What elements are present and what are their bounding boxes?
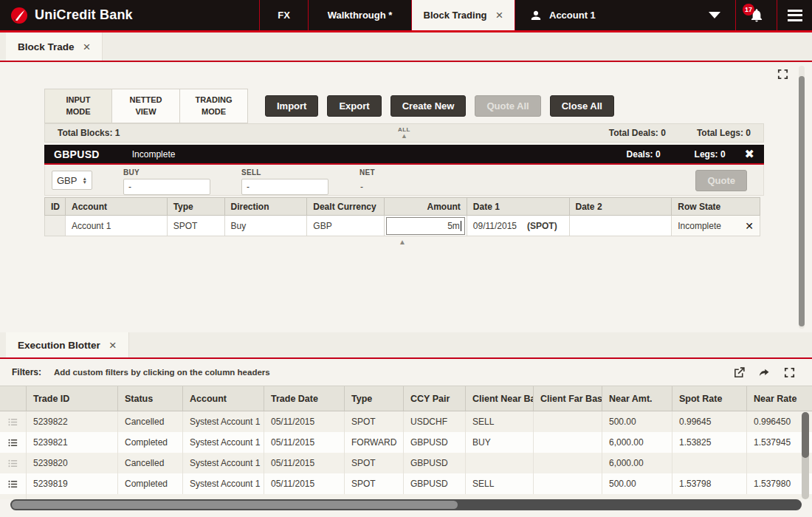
col-trade-date[interactable]: Trade Date xyxy=(264,386,345,411)
total-deals: Total Deals: 0 xyxy=(609,128,666,138)
col-status[interactable]: Status xyxy=(118,386,183,411)
cell-trade-id: 5239821 xyxy=(27,432,118,453)
col-account: Account xyxy=(66,198,168,215)
col-amount: Amount xyxy=(385,198,467,215)
create-new-button[interactable]: Create New xyxy=(390,95,467,117)
blotter-vertical-scrollbar[interactable] xyxy=(802,412,809,499)
col-account[interactable]: Account xyxy=(183,386,264,411)
row-details-icon[interactable] xyxy=(7,417,18,428)
notification-badge: 17 xyxy=(743,4,754,16)
row-details-icon[interactable] xyxy=(7,437,18,448)
close-icon[interactable]: × xyxy=(496,9,503,21)
scrollbar-thumb[interactable] xyxy=(12,501,458,509)
menu-fx-label: FX xyxy=(278,10,290,21)
col-client-near-base[interactable]: Client Near Base xyxy=(466,386,534,411)
tab-trading-mode[interactable]: TRADING MODE xyxy=(180,89,248,123)
amount-input[interactable]: 5m xyxy=(386,217,465,235)
col-trade-id[interactable]: Trade ID xyxy=(27,386,118,411)
blotter-row[interactable]: 5239822 Cancelled Systest Account 1 05/1… xyxy=(0,411,812,432)
scrollbar-thumb[interactable] xyxy=(802,412,809,458)
cell-account: Systest Account 1 xyxy=(183,432,264,453)
deal-cell-row-state: Incomplete ✕ xyxy=(672,216,760,236)
blotter-row[interactable]: 5239820 Cancelled Systest Account 1 05/1… xyxy=(0,453,812,473)
col-ccy-pair[interactable]: CCY Pair xyxy=(404,386,466,411)
col-near-amt[interactable]: Near Amt. xyxy=(602,386,672,411)
deal-cell-account[interactable]: Account 1 xyxy=(66,216,168,236)
deal-cell-direction[interactable]: Buy xyxy=(225,216,308,236)
dealt-currency-select[interactable]: GBP ▲▼ xyxy=(52,171,92,190)
collapse-all-toggle[interactable]: ALL ▲ xyxy=(398,127,410,140)
deal-cell-dealt-currency[interactable]: GBP xyxy=(307,216,385,236)
cell-spot-rate: 1.53825 xyxy=(672,432,747,453)
cell-client-near-base: SELL xyxy=(466,473,534,494)
cell-ccy-pair: GBPUSD xyxy=(404,432,466,453)
col-type[interactable]: Type xyxy=(345,386,404,411)
tab-execution-blotter[interactable]: Execution Blotter × xyxy=(6,332,129,357)
close-all-button[interactable]: Close All xyxy=(550,95,614,117)
scrollbar-thumb[interactable] xyxy=(799,76,805,326)
tab-block-trading-label: Block Trading xyxy=(424,10,487,21)
close-icon[interactable]: × xyxy=(109,339,117,352)
blotter-row[interactable]: 5239821 Completed Systest Account 1 05/1… xyxy=(0,432,812,453)
tab-block-trade[interactable]: Block Trade × xyxy=(6,32,103,61)
user-icon xyxy=(530,10,542,21)
col-id: ID xyxy=(45,198,66,215)
blotter-row[interactable]: 5239819 Completed Systest Account 1 05/1… xyxy=(0,473,812,494)
row-details-icon[interactable] xyxy=(7,458,18,469)
quote-all-button[interactable]: Quote All xyxy=(475,95,540,117)
tab-netted-view[interactable]: NETTED VIEW xyxy=(112,89,180,123)
hamburger-menu-button[interactable] xyxy=(777,0,812,30)
menu-fx[interactable]: FX xyxy=(260,0,309,30)
buy-field: BUY - xyxy=(123,165,210,195)
col-spot-rate[interactable]: Spot Rate xyxy=(672,386,747,411)
net-value: - xyxy=(359,179,375,195)
blotter-row-partial xyxy=(0,494,812,499)
open-in-new-window-icon[interactable] xyxy=(733,366,746,379)
cell-spot-rate: 0.99645 xyxy=(672,411,747,432)
col-row-menu xyxy=(0,386,27,411)
buy-input[interactable]: - xyxy=(123,179,210,195)
col-client-far-base[interactable]: Client Far Base xyxy=(534,386,602,411)
dealt-currency-value: GBP xyxy=(57,175,77,186)
totals-bar: Total Blocks: 1 ALL ▲ Total Deals: 0 Tot… xyxy=(44,123,764,143)
cell-ccy-pair: GBPUSD xyxy=(404,453,466,473)
cell-trade-id: 5239819 xyxy=(27,473,118,494)
close-block-icon[interactable]: ✖ xyxy=(745,148,754,160)
deal-table-header: ID Account Type Direction Dealt Currency… xyxy=(44,197,760,216)
close-icon[interactable]: × xyxy=(83,41,91,53)
deal-cell-date1[interactable]: 09/11/2015 (SPOT) xyxy=(467,216,570,236)
account-selector[interactable]: Account 1 xyxy=(515,0,736,30)
quote-button[interactable]: Quote xyxy=(695,170,747,191)
block-trade-panel: INPUT MODE NETTED VIEW TRADING MODE Impo… xyxy=(0,62,812,332)
cell-trade-date: 05/11/2015 xyxy=(264,432,345,453)
cell-near-amt: 500.00 xyxy=(602,473,672,494)
cell-status: Completed xyxy=(118,432,183,453)
chevron-up-icon: ▲ xyxy=(401,133,407,140)
account-label: Account 1 xyxy=(549,10,596,21)
col-near-rate[interactable]: Near Rate xyxy=(747,386,812,411)
cell-trade-date: 05/11/2015 xyxy=(264,411,345,432)
panel-vertical-scrollbar[interactable] xyxy=(799,66,805,329)
tab-block-trade-label: Block Trade xyxy=(18,41,75,52)
unicredit-logo-icon xyxy=(10,7,28,24)
fullscreen-icon[interactable] xyxy=(777,68,789,81)
share-icon[interactable] xyxy=(758,366,771,379)
sell-input[interactable]: - xyxy=(241,179,328,195)
row-details-icon[interactable] xyxy=(7,479,18,490)
cell-near-amt: 6,000.00 xyxy=(602,453,672,473)
blotter-horizontal-scrollbar[interactable] xyxy=(10,499,802,510)
cell-type: SPOT xyxy=(345,473,404,494)
fullscreen-icon[interactable] xyxy=(783,366,796,379)
collapse-block-toggle[interactable]: ▲ xyxy=(44,239,760,246)
menu-walkthrough[interactable]: Walkthrough * xyxy=(309,0,412,30)
delete-row-icon[interactable]: ✕ xyxy=(745,220,754,232)
tab-input-mode[interactable]: INPUT MODE xyxy=(44,89,112,123)
cell-status: Cancelled xyxy=(118,453,183,473)
notifications-button[interactable]: 17 xyxy=(736,0,777,30)
deal-cell-date2[interactable] xyxy=(570,216,672,236)
import-button[interactable]: Import xyxy=(265,95,318,117)
tab-block-trading[interactable]: Block Trading × xyxy=(412,0,515,30)
deal-cell-type[interactable]: SPOT xyxy=(168,216,225,236)
cell-type: SPOT xyxy=(345,411,404,432)
export-button[interactable]: Export xyxy=(327,95,381,117)
